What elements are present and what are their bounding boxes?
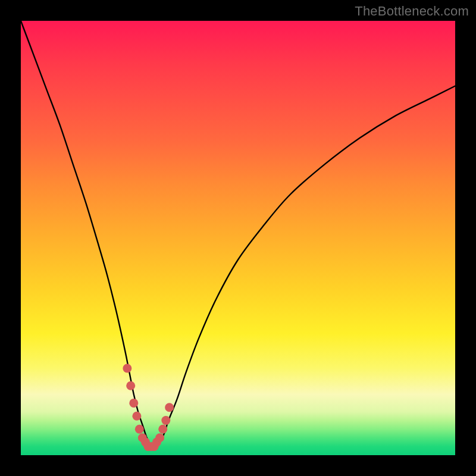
chart-frame: TheBottleneck.com (0, 0, 476, 476)
chart-plot-area (21, 21, 455, 455)
highlight-dot (161, 416, 170, 425)
highlight-dot (129, 399, 138, 408)
highlight-dot (135, 425, 144, 434)
highlight-dot (165, 403, 174, 412)
bottleneck-curve (21, 21, 455, 447)
highlight-dot (155, 433, 164, 442)
chart-svg (21, 21, 455, 455)
highlight-dot (123, 364, 131, 373)
watermark-text: TheBottleneck.com (355, 4, 469, 19)
highlight-dot (132, 412, 141, 421)
highlight-dot (158, 425, 167, 434)
highlight-dot (126, 381, 135, 390)
